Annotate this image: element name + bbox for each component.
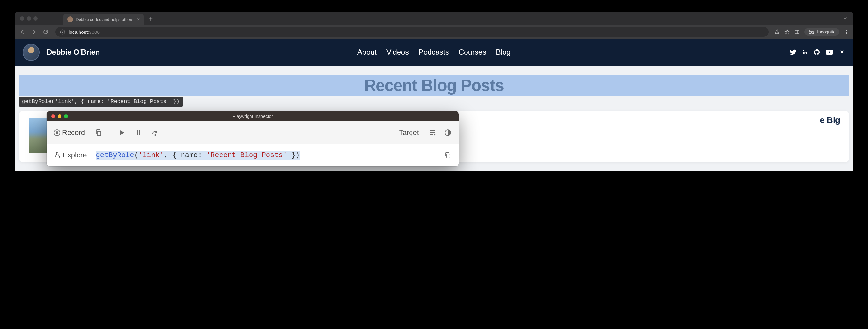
svg-rect-12 (136, 130, 138, 135)
tab-close-button[interactable]: × (137, 17, 140, 22)
reload-button[interactable] (42, 28, 50, 36)
pause-icon[interactable] (135, 129, 142, 136)
explore-button[interactable]: Explore (54, 151, 87, 159)
back-button[interactable] (19, 28, 26, 36)
side-panel-icon[interactable] (794, 29, 800, 35)
svg-rect-19 (446, 154, 450, 158)
inspector-maximize-button[interactable] (64, 114, 68, 118)
forward-button[interactable] (30, 28, 38, 36)
address-bar[interactable]: localhost:3000 (55, 27, 769, 37)
svg-rect-11 (97, 131, 101, 135)
svg-point-10 (841, 51, 843, 53)
incognito-icon (808, 30, 814, 34)
tab-title: Debbie codes and helps others (76, 17, 133, 22)
step-over-icon[interactable] (151, 129, 159, 136)
copy-icon[interactable] (95, 129, 102, 136)
svg-point-5 (812, 32, 814, 34)
browser-titlebar: Debbie codes and helps others × + (15, 11, 853, 25)
linkedin-icon[interactable] (802, 49, 808, 55)
new-tab-button[interactable]: + (149, 15, 153, 23)
menu-icon[interactable] (844, 29, 849, 35)
window-maximize-button[interactable] (33, 17, 38, 21)
copy-locator-icon[interactable] (444, 151, 452, 159)
locator-tooltip: getByRole('link', { name: 'Recent Blog P… (19, 97, 183, 106)
inspector-titlebar: Playwright Inspector (47, 111, 459, 121)
svg-point-6 (846, 30, 847, 31)
svg-point-4 (809, 32, 811, 34)
nav-blog[interactable]: Blog (496, 48, 510, 57)
incognito-label: Incognito (817, 29, 835, 34)
avatar[interactable] (23, 44, 40, 61)
github-icon[interactable] (813, 48, 820, 56)
window-controls (20, 17, 38, 21)
main-nav: About Videos Podcasts Courses Blog (358, 48, 510, 57)
target-label: Target: (399, 128, 421, 137)
locator-input[interactable]: getByRole('link', { name: 'Recent Blog P… (93, 150, 438, 161)
svg-point-14 (155, 134, 156, 135)
nav-videos[interactable]: Videos (386, 48, 409, 57)
bookmark-icon[interactable] (784, 29, 790, 35)
inspector-close-button[interactable] (51, 114, 55, 118)
nav-podcasts[interactable]: Podcasts (418, 48, 449, 57)
inspector-window: Playwright Inspector Record Target: (47, 111, 459, 166)
window-minimize-button[interactable] (27, 17, 31, 21)
svg-rect-13 (139, 130, 141, 135)
blog-title-partial: e Big (820, 115, 840, 125)
clear-icon[interactable] (429, 129, 436, 136)
youtube-icon[interactable] (826, 49, 833, 55)
expand-tabs-button[interactable] (843, 16, 848, 21)
page-heading: Recent Blog Posts (364, 76, 504, 95)
site-info-icon[interactable] (60, 29, 65, 35)
window-close-button[interactable] (20, 17, 24, 21)
svg-point-8 (846, 33, 847, 34)
record-icon (54, 129, 60, 136)
inspector-window-controls (51, 114, 68, 118)
tab-favicon (67, 17, 73, 22)
theme-toggle-icon[interactable] (838, 48, 845, 56)
theme-icon[interactable] (444, 129, 452, 136)
record-button[interactable]: Record (54, 128, 85, 137)
flask-icon (54, 151, 61, 159)
twitter-icon[interactable] (789, 48, 797, 56)
url-text: localhost:3000 (69, 29, 100, 35)
play-icon[interactable] (119, 129, 126, 136)
site-header: Debbie O'Brien About Videos Podcasts Cou… (15, 39, 853, 66)
inspector-explorer-bar: Explore getByRole('link', { name: 'Recen… (47, 144, 459, 166)
svg-rect-2 (795, 30, 799, 34)
blog-thumbnail (29, 118, 47, 153)
browser-toolbar: localhost:3000 Incognito (15, 25, 853, 39)
inspector-toolbar: Record Target: (47, 121, 459, 144)
nav-about[interactable]: About (358, 48, 377, 57)
social-links (789, 48, 845, 56)
inspector-minimize-button[interactable] (58, 114, 61, 118)
share-icon[interactable] (774, 29, 780, 35)
inspector-title: Playwright Inspector (232, 113, 273, 119)
nav-courses[interactable]: Courses (459, 48, 486, 57)
svg-point-7 (846, 32, 847, 33)
heading-link[interactable]: Recent Blog Posts (19, 75, 849, 96)
browser-tab[interactable]: Debbie codes and helps others × (63, 13, 144, 25)
site-name[interactable]: Debbie O'Brien (47, 48, 100, 57)
svg-point-1 (62, 31, 63, 31)
incognito-badge[interactable]: Incognito (804, 28, 839, 36)
